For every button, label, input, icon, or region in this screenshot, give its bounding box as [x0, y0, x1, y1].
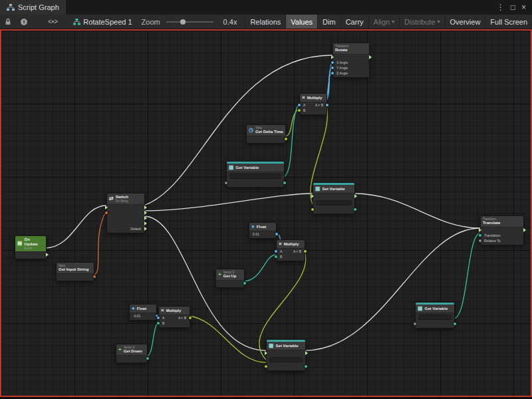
b-in-port[interactable]: [275, 255, 277, 258]
graph-breadcrumb[interactable]: RotateSpeed 1: [63, 18, 137, 26]
x-angle-in-port[interactable]: [331, 61, 334, 64]
node-rotate[interactable]: TransformRotateX AngleY AngleZ Angle: [332, 43, 370, 78]
node-row: B: [277, 254, 305, 259]
b-in-port[interactable]: [298, 109, 301, 112]
node-multiply-2[interactable]: ×MultiplyAA × BB: [276, 239, 305, 261]
value-in-port[interactable]: [265, 365, 267, 368]
z-angle-in-port[interactable]: [331, 72, 334, 74]
flow-out-port[interactable]: [305, 351, 308, 355]
value-out-port[interactable]: [454, 323, 456, 325]
node-set-variable-2[interactable]: ▦Set Variable: [266, 339, 306, 371]
flow-out-port[interactable]: [46, 253, 49, 257]
menu-icon[interactable]: ⋮: [497, 3, 505, 12]
relative-to-in-port[interactable]: [479, 239, 481, 242]
toolbar-button-dim[interactable]: Dim: [317, 15, 340, 29]
node-header: ▦Set Variable: [267, 342, 305, 350]
flow-in-port[interactable]: [331, 55, 334, 59]
b-in-port[interactable]: [157, 322, 160, 325]
product-out-port[interactable]: [304, 250, 307, 253]
code-graph-icon[interactable]: <•>: [32, 18, 63, 25]
float-icon: ●: [251, 224, 255, 229]
string-out-port[interactable]: [93, 275, 96, 278]
vector-out-port[interactable]: [146, 357, 149, 360]
flow-out-2-port[interactable]: [144, 211, 147, 215]
toolbar-button-carry[interactable]: Carry: [340, 15, 368, 29]
node-title-group: Set Variable: [323, 187, 345, 192]
flow-out-4-port[interactable]: [144, 221, 147, 225]
node-row: Translation: [481, 233, 523, 238]
port-label: A: [280, 250, 282, 253]
toolbar-button-full-screen[interactable]: Full Screen: [485, 15, 532, 29]
tab-script-graph[interactable]: Script Graph: [0, 0, 66, 15]
node-footer: Default: [107, 226, 144, 231]
name-in-port[interactable]: [414, 323, 416, 325]
flow-out-1-port[interactable]: [144, 205, 147, 209]
toolbar-button-align[interactable]: Align▾: [368, 15, 399, 29]
value-out-port[interactable]: [305, 365, 307, 368]
flow-out-port[interactable]: [523, 228, 526, 232]
toolbar-button-relations[interactable]: Relations: [245, 15, 285, 29]
maximize-icon[interactable]: □: [511, 3, 515, 12]
tab-title: Script Graph: [18, 3, 59, 11]
lock-icon[interactable]: [0, 18, 16, 25]
value-in-port[interactable]: [311, 208, 314, 211]
node-vector3-get-down[interactable]: +Vector 3Get Down: [116, 344, 148, 363]
node-field[interactable]: [316, 200, 352, 205]
value-out-port[interactable]: [283, 182, 286, 184]
node-set-variable-1[interactable]: ▦Set Variable: [313, 182, 355, 214]
toolbar-button-values[interactable]: Values: [285, 15, 317, 29]
y-angle-in-port[interactable]: [331, 66, 334, 69]
node-switch-on-string[interactable]: ⇄SwitchOn StringDefault: [106, 193, 145, 233]
flow-in-port[interactable]: [105, 205, 108, 209]
node-get-variable-2[interactable]: ▦Get Variable: [415, 302, 455, 329]
close-icon[interactable]: ×: [521, 3, 526, 12]
flow-in-port[interactable]: [265, 351, 267, 355]
product-out-port[interactable]: [189, 317, 192, 319]
product-out-port[interactable]: [326, 104, 329, 106]
seconds-out-port[interactable]: [285, 138, 287, 140]
node-translate[interactable]: TransformTranslateTranslationRelative To: [480, 215, 524, 245]
vector-out-port[interactable]: [243, 282, 246, 285]
default-flow-out-port[interactable]: [144, 227, 147, 231]
zoom-slider-handle[interactable]: [180, 19, 186, 25]
graph-canvas[interactable]: ▣On UpdateEventInputGet Input String⇄Swi…: [0, 29, 532, 397]
node-field[interactable]: [418, 315, 452, 320]
node-field[interactable]: [229, 174, 281, 179]
node-multiply-1[interactable]: ×MultiplyAA × BB: [299, 93, 327, 115]
flow-in-port[interactable]: [311, 194, 314, 198]
flow-out-port[interactable]: [354, 194, 357, 198]
a-in-port[interactable]: [298, 104, 301, 106]
flow-in-port[interactable]: [479, 228, 481, 232]
node-header: ●Float: [249, 223, 276, 231]
toolbar-button-distribute[interactable]: Distribute▾: [399, 15, 444, 29]
node-field[interactable]: [269, 357, 303, 362]
a-in-port[interactable]: [157, 317, 160, 319]
name-in-port[interactable]: [225, 182, 227, 184]
node-row: [267, 350, 305, 356]
toolbar-button-label: Values: [291, 18, 313, 26]
node-vector3-get-up[interactable]: +Vector 3Get Up: [215, 269, 245, 288]
node-float-1[interactable]: ●Float0.01: [249, 222, 277, 239]
node-row: Y Angle: [333, 65, 369, 70]
node-row: [15, 252, 46, 257]
node-float-2[interactable]: ●Float-0.01: [129, 304, 157, 321]
zoom-slider[interactable]: [166, 21, 214, 23]
node-get-variable-1[interactable]: ▦Get Variable: [226, 161, 285, 188]
node-get-delta-time[interactable]: ◷TimeGet Delta Time: [246, 124, 286, 144]
flow-out-port[interactable]: [369, 55, 372, 59]
toolbar-button-label: Full Screen: [490, 18, 527, 26]
a-in-port[interactable]: [275, 250, 277, 253]
node-title-group: On UpdateEvent: [25, 237, 44, 250]
selector-in-port[interactable]: [105, 211, 108, 214]
flow-out-3-port[interactable]: [144, 216, 147, 220]
value-out-port[interactable]: [275, 233, 278, 235]
node-title: Get Up: [223, 274, 237, 279]
toolbar-button-overview[interactable]: Overview: [445, 15, 485, 29]
vector3-icon: +: [218, 272, 221, 277]
value-out-port[interactable]: [354, 208, 356, 211]
info-icon[interactable]: i: [16, 19, 32, 25]
node-get-input-string[interactable]: InputGet Input String: [56, 262, 94, 281]
translation-in-port[interactable]: [479, 234, 481, 237]
node-on-update[interactable]: ▣On UpdateEvent: [15, 235, 47, 259]
node-multiply-3[interactable]: ×MultiplyAA × BB: [158, 306, 190, 328]
